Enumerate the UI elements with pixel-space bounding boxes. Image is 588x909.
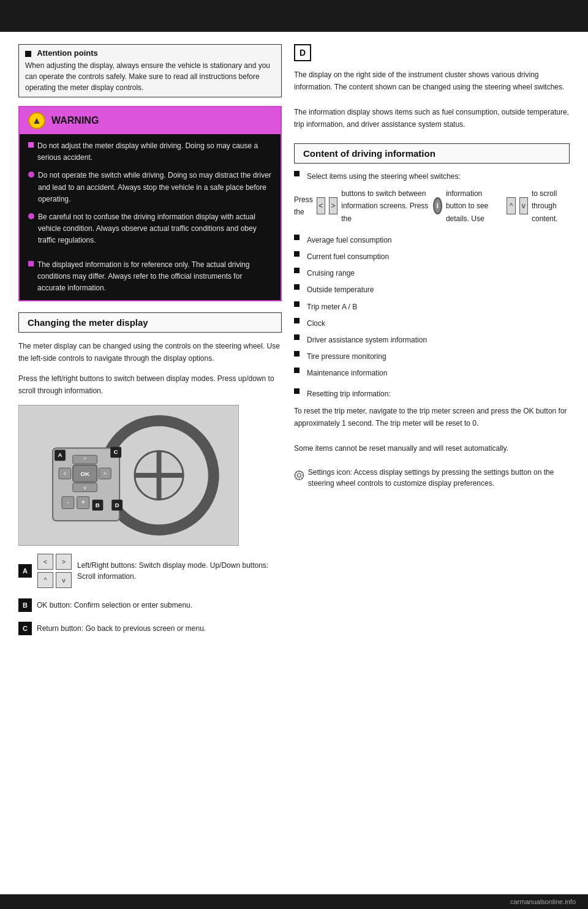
warning-footer-text: The displayed information is for referen… <box>37 259 272 295</box>
info-item-6: Clock <box>294 318 570 330</box>
nav-desc-2: buttons to switch between information sc… <box>341 187 429 225</box>
nav-desc-4: to scroll through content. <box>532 187 570 225</box>
warning-triangle-icon: ▲ <box>28 112 45 129</box>
top-bar <box>0 0 588 32</box>
nav-desc-3: information button to see details. Use <box>446 187 503 225</box>
info-item-text-9: Maintenance information <box>307 368 387 379</box>
arrows-a: < > ^ v <box>37 553 72 589</box>
info-item-text-4: Outside temperature <box>307 284 374 296</box>
info-item-3: Cruising range <box>294 268 570 279</box>
svg-text:OK: OK <box>80 470 90 477</box>
svg-text:D: D <box>115 501 119 508</box>
section2-title-text: Resetting trip information: <box>307 388 391 400</box>
svg-text:C: C <box>114 448 118 455</box>
attention-box: Attention points When adjusting the disp… <box>18 44 282 97</box>
driving-info-heading: Content of driving information <box>294 143 570 164</box>
svg-line-37 <box>296 478 297 479</box>
info-item-text-7: Driver assistance system information <box>307 334 427 346</box>
up-arrow-btn[interactable]: ^ <box>37 572 53 588</box>
warning-circle-icon-3 <box>28 213 34 219</box>
svg-line-34 <box>296 472 297 473</box>
reset-text-2: Some items cannot be reset manually and … <box>294 442 570 455</box>
bottom-url: carmanualsonline.info <box>510 898 576 905</box>
info-item-1: Average fuel consumption <box>294 235 570 246</box>
attention-title: Attention points <box>37 48 98 58</box>
attention-text: When adjusting the display, always ensur… <box>25 60 275 93</box>
gear-note-text: Settings icon: Access display settings b… <box>308 467 570 489</box>
info-item-7: Driver assistance system information <box>294 334 570 346</box>
info-sq-9 <box>294 368 300 373</box>
svg-text:A: A <box>58 451 62 458</box>
warning-footer-item: The displayed information is for referen… <box>28 259 272 295</box>
warning-text-3: Be careful not to confuse the driving in… <box>38 211 272 247</box>
warning-box: ▲ WARNING Do not adjust the meter displa… <box>18 106 282 301</box>
info-item-2: Current fuel consumption <box>294 251 570 263</box>
right-intro-text-2: The information display shows items such… <box>294 106 570 131</box>
svg-text:>: > <box>104 470 107 477</box>
info-sq-2 <box>294 251 300 257</box>
control-a-text: Left/Right buttons: Switch display mode.… <box>77 560 282 582</box>
info-item-8: Tire pressure monitoring <box>294 351 570 363</box>
reset-text-1: To reset the trip meter, navigate to the… <box>294 405 570 430</box>
warning-body: Do not adjust the meter display while dr… <box>20 134 281 259</box>
right-arrow-btn[interactable]: > <box>56 554 72 570</box>
warning-item-2: Do not operate the switch while driving.… <box>28 170 272 205</box>
svg-text:+: + <box>81 497 85 506</box>
control-labels-a: A < > ^ v Left/Right buttons: Switch dis… <box>18 553 282 589</box>
driving-info-section-1-title: Select items using the steering wheel sw… <box>294 171 570 183</box>
info-sq-7 <box>294 334 300 340</box>
warning-square-icon-1 <box>28 142 34 148</box>
label-row-b: B OK button: Confirm selection or enter … <box>18 598 282 612</box>
nav-left-btn[interactable]: < <box>317 197 325 214</box>
svg-text:v: v <box>83 484 86 490</box>
control-labels-c: C Return button: Go back to previous scr… <box>18 622 282 635</box>
section1-square-icon <box>294 171 300 176</box>
info-item-text-2: Current fuel consumption <box>307 251 389 263</box>
info-sq-6 <box>294 318 300 323</box>
warning-footer: The displayed information is for referen… <box>20 259 281 301</box>
svg-line-35 <box>301 478 303 479</box>
changing-instruction-2: Press the left/right buttons to switch b… <box>18 372 282 398</box>
bottom-bar: carmanualsonline.info <box>0 894 588 909</box>
nav-desc-1: Press the <box>294 194 313 219</box>
warning-circle-icon-2 <box>28 172 34 178</box>
down-arrow-btn[interactable]: v <box>56 572 72 588</box>
info-items-list: Average fuel consumption Current fuel co… <box>294 235 570 380</box>
label-row-a: A < > ^ v Left/Right buttons: Switch dis… <box>18 553 282 589</box>
steering-wheel-diagram: OK < > ^ v - + A B C <box>18 405 239 546</box>
warning-text-1: Do not adjust the meter display while dr… <box>37 140 272 164</box>
warning-item-3: Be careful not to confuse the driving in… <box>28 211 272 247</box>
info-sq-4 <box>294 284 300 290</box>
badge-d: D <box>294 44 311 61</box>
nav-up-btn[interactable]: ^ <box>507 197 515 214</box>
info-item-4: Outside temperature <box>294 284 570 296</box>
section2-title: Resetting trip information: <box>294 388 570 400</box>
changing-meter-heading: Changing the meter display <box>18 312 282 333</box>
info-sq-1 <box>294 235 300 240</box>
section2-square-icon <box>294 388 300 394</box>
changing-instruction-1: The meter display can be changed using t… <box>18 340 282 365</box>
left-arrow-btn[interactable]: < <box>37 554 53 570</box>
info-item-text-5: Trip meter A / B <box>307 301 357 313</box>
gear-settings-icon <box>294 467 304 484</box>
badge-c: C <box>18 622 32 635</box>
nav-buttons-row: Press the < > buttons to switch between … <box>294 187 570 225</box>
info-circle-icon[interactable]: i <box>433 197 442 214</box>
warning-title: WARNING <box>51 115 99 126</box>
right-intro-text-1: The display on the right side of the ins… <box>294 69 570 94</box>
left-column: Attention points When adjusting the disp… <box>18 44 282 645</box>
nav-description: Press the < > buttons to switch between … <box>294 187 570 225</box>
nav-right-btn[interactable]: > <box>329 197 337 214</box>
warning-text-2: Do not operate the switch while driving.… <box>38 170 272 205</box>
badge-a: A <box>18 564 32 578</box>
nav-down-btn[interactable]: v <box>519 197 528 214</box>
warning-item-1: Do not adjust the meter display while dr… <box>28 140 272 164</box>
gear-note-row: Settings icon: Access display settings b… <box>294 467 570 489</box>
arrow-row-top: < > <box>37 553 72 570</box>
svg-text:B: B <box>96 501 100 508</box>
attention-square-icon <box>25 51 31 57</box>
info-item-text-6: Clock <box>307 318 325 330</box>
info-item-9: Maintenance information <box>294 368 570 379</box>
section1-title-text: Select items using the steering wheel sw… <box>307 171 461 183</box>
right-column: D The display on the right side of the i… <box>294 44 570 645</box>
